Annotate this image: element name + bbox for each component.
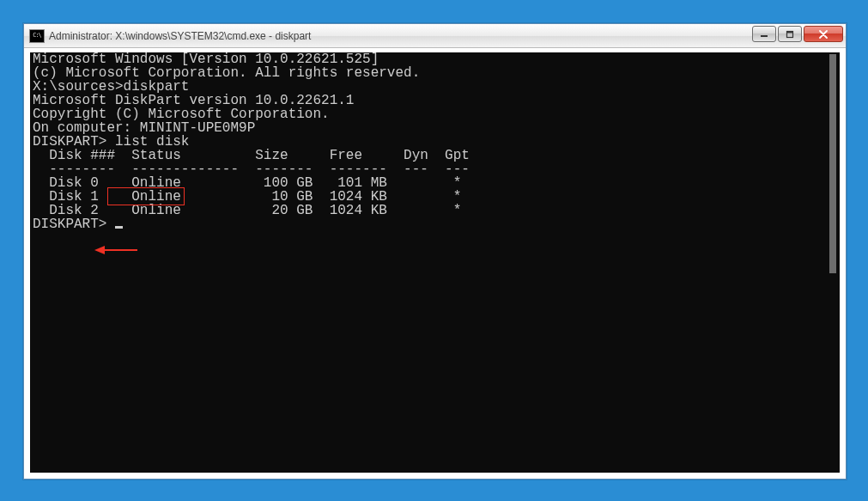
annotation-arrow-icon bbox=[94, 245, 137, 255]
line-table-header: Disk ### Status Size Free Dyn Gpt bbox=[30, 149, 840, 162]
minimize-button[interactable] bbox=[752, 26, 776, 42]
cmd-icon: C:\ bbox=[29, 29, 45, 43]
svg-marker-4 bbox=[94, 246, 105, 254]
window-controls bbox=[752, 26, 843, 42]
svg-rect-2 bbox=[787, 31, 793, 33]
window-title: Administrator: X:\windows\SYSTEM32\cmd.e… bbox=[49, 30, 311, 42]
line-diskpart-prompt-1: DISKPART> list disk bbox=[30, 135, 840, 149]
maximize-button[interactable] bbox=[778, 26, 802, 42]
line-table-divider: -------- ------------- ------- ------- -… bbox=[30, 162, 840, 176]
line-diskpart-version: Microsoft DiskPart version 10.0.22621.1 bbox=[30, 94, 840, 107]
line-prompt-sources: X:\sources>diskpart bbox=[30, 80, 840, 94]
line-version: Microsoft Windows [Version 10.0.22621.52… bbox=[30, 52, 840, 66]
cursor-icon bbox=[115, 226, 123, 229]
close-button[interactable] bbox=[804, 26, 843, 42]
table-row: Disk 2 Online 20 GB 1024 KB * bbox=[30, 204, 840, 217]
console-output[interactable]: Microsoft Windows [Version 10.0.22621.52… bbox=[30, 52, 840, 473]
cmd-window: C:\ Administrator: X:\windows\SYSTEM32\c… bbox=[23, 23, 847, 480]
titlebar[interactable]: C:\ Administrator: X:\windows\SYSTEM32\c… bbox=[24, 24, 846, 48]
line-diskpart-prompt-2: DISKPART> bbox=[30, 217, 840, 231]
annotation-highlight-box bbox=[107, 187, 185, 205]
svg-rect-0 bbox=[761, 35, 768, 37]
line-diskpart-copyright: Copyright (C) Microsoft Corporation. bbox=[30, 107, 840, 121]
scrollbar-thumb[interactable] bbox=[829, 54, 836, 273]
line-computer: On computer: MININT-UPE0M9P bbox=[30, 121, 840, 135]
line-copyright: (c) Microsoft Corporation. All rights re… bbox=[30, 66, 840, 80]
scrollbar[interactable] bbox=[826, 52, 840, 473]
